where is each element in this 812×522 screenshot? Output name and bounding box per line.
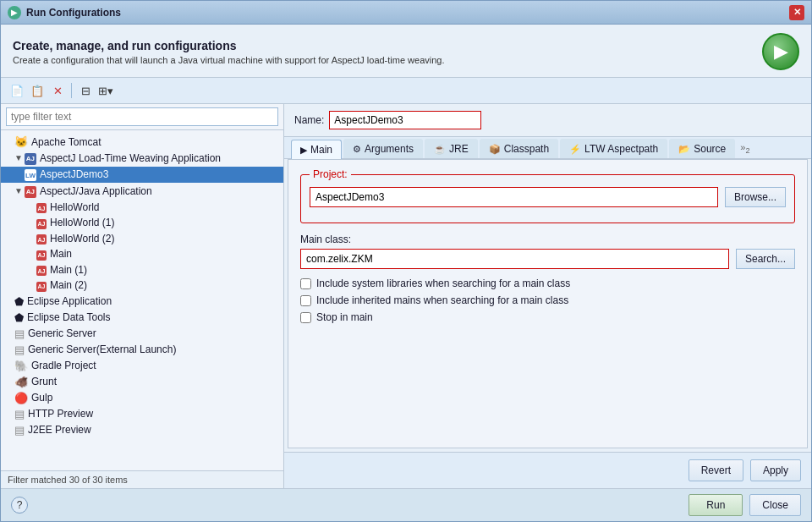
browse-button[interactable]: Browse... xyxy=(725,187,786,207)
tree-item-grunt[interactable]: 🐗 Grunt xyxy=(1,374,283,390)
tree-item-helloworld2[interactable]: AJ HelloWorld (2) xyxy=(1,231,283,247)
tree-item-label: Main (2) xyxy=(50,279,87,291)
ltw-tab-icon: ⚡ xyxy=(569,144,581,155)
project-field-row: Browse... xyxy=(310,187,786,207)
filter-status: Filter matched 30 of 30 items xyxy=(1,470,283,488)
tree-item-aspectjdemo3[interactable]: LW AspectJDemo3 xyxy=(1,167,283,184)
apply-button[interactable]: Apply xyxy=(750,459,801,481)
copy-configuration-button[interactable]: 📋 xyxy=(28,81,47,100)
tree-item-label: Gulp xyxy=(31,392,52,404)
main-class-input[interactable] xyxy=(300,249,729,269)
tree-area: 🐱 Apache Tomcat ▼ AJ AspectJ Load-Time W… xyxy=(1,130,283,470)
apache-tomcat-icon: 🐱 xyxy=(14,135,28,148)
aspectjdemo3-icon: LW xyxy=(25,168,36,182)
helloworld1-icon: AJ xyxy=(36,217,47,229)
view-menu-button[interactable]: ⊞▾ xyxy=(96,81,115,100)
title-bar: ▶ Run Configurations ✕ xyxy=(1,1,811,25)
tree-item-generic-server[interactable]: ▤ Generic Server xyxy=(1,326,283,342)
tab-overflow[interactable]: »2 xyxy=(737,139,753,158)
tree-item-label: Apache Tomcat xyxy=(31,136,102,148)
tree-item-main2[interactable]: AJ Main (2) xyxy=(1,277,283,294)
tree-item-http-preview[interactable]: ▤ HTTP Preview xyxy=(1,406,283,422)
name-row: Name: xyxy=(284,104,811,137)
checkbox-stop-in-main: Stop in main xyxy=(300,311,795,323)
tree-item-label: HelloWorld (2) xyxy=(50,233,114,245)
tabs-bar: ▶ Main ⚙ Arguments ☕ JRE 📦 Classpath ⚡ xyxy=(284,137,811,159)
tree-item-aspectj-lw[interactable]: ▼ AJ AspectJ Load-Time Weaving Applicati… xyxy=(1,150,283,167)
include-inherited-label: Include inherited mains when searching f… xyxy=(316,294,568,306)
tree-item-eclipse-data[interactable]: ⬟ Eclipse Data Tools xyxy=(1,310,283,326)
main-tab-icon: ▶ xyxy=(300,145,307,156)
tree-item-label: AspectJ Load-Time Weaving Application xyxy=(40,152,221,164)
delete-configuration-button[interactable]: ✕ xyxy=(48,81,67,100)
tree-item-label: Generic Server xyxy=(28,327,96,339)
tree-item-apache-tomcat[interactable]: 🐱 Apache Tomcat xyxy=(1,134,283,150)
tab-arguments[interactable]: ⚙ Arguments xyxy=(343,139,423,158)
project-fieldset: Project: Browse... xyxy=(300,168,795,223)
run-button[interactable]: Run xyxy=(689,494,743,516)
tree-item-label: Main xyxy=(50,248,72,260)
window-title: Run Configurations xyxy=(26,7,789,19)
include-inherited-checkbox[interactable] xyxy=(300,295,311,306)
helloworld2-icon: AJ xyxy=(36,233,47,245)
helloworld-icon: AJ xyxy=(36,201,47,214)
tree-item-eclipse-app[interactable]: ⬟ Eclipse Application xyxy=(1,294,283,310)
tree-item-gradle[interactable]: 🐘 Gradle Project xyxy=(1,358,283,374)
window-close-button[interactable]: ✕ xyxy=(789,5,804,20)
tree-item-label: AspectJDemo3 xyxy=(40,168,108,180)
tree-item-helloworld1[interactable]: AJ HelloWorld (1) xyxy=(1,215,283,231)
tab-jre[interactable]: ☕ JRE xyxy=(425,139,478,158)
main-class-field-row: Search... xyxy=(300,249,795,269)
tree-item-main[interactable]: AJ Main xyxy=(1,246,283,262)
collapse-all-button[interactable]: ⊟ xyxy=(76,81,95,100)
tree-item-label: Generic Server(External Launch) xyxy=(28,343,176,355)
tree-item-label: HTTP Preview xyxy=(28,408,93,420)
tree-item-main1[interactable]: AJ Main (1) xyxy=(1,262,283,278)
project-input[interactable] xyxy=(310,187,718,207)
gradle-icon: 🐘 xyxy=(14,360,28,372)
tree-item-generic-server-ext[interactable]: ▤ Generic Server(External Launch) xyxy=(1,342,283,358)
tree-item-j2ee-preview[interactable]: ▤ J2EE Preview xyxy=(1,422,283,438)
main-class-label: Main class: xyxy=(300,234,795,245)
main-content: 🐱 Apache Tomcat ▼ AJ AspectJ Load-Time W… xyxy=(1,104,811,488)
source-tab-icon: 📂 xyxy=(678,144,690,155)
tree-item-label: J2EE Preview xyxy=(28,424,91,436)
new-configuration-button[interactable]: 📄 xyxy=(8,81,26,100)
toolbar: 📄 📋 ✕ ⊟ ⊞▾ xyxy=(1,78,811,104)
header-title: Create, manage, and run configurations xyxy=(13,39,762,52)
expand-arrow: ▼ xyxy=(14,153,23,162)
main1-icon: AJ xyxy=(36,264,47,277)
tree-item-aspectj-java[interactable]: ▼ AJ AspectJ/Java Application xyxy=(1,183,283,200)
close-button[interactable]: Close xyxy=(749,494,801,516)
stop-in-main-checkbox[interactable] xyxy=(300,312,311,323)
header-section: Create, manage, and run configurations C… xyxy=(1,25,811,78)
tab-main[interactable]: ▶ Main xyxy=(291,140,342,159)
gulp-icon: 🔴 xyxy=(14,392,28,404)
tab-ltw[interactable]: ⚡ LTW Aspectpath xyxy=(560,139,667,158)
tab-content-main: Project: Browse... Main class: Search... xyxy=(288,159,808,448)
view-menu-dropdown[interactable]: ⊞▾ xyxy=(96,81,115,100)
expand-arrow: ▼ xyxy=(14,186,23,195)
include-sys-checkbox[interactable] xyxy=(300,278,311,289)
tab-arguments-label: Arguments xyxy=(365,143,414,155)
project-legend: Project: xyxy=(310,168,351,180)
filter-input[interactable] xyxy=(6,107,278,126)
search-button[interactable]: Search... xyxy=(736,249,795,269)
tab-source[interactable]: 📂 Source xyxy=(669,139,735,158)
tree-item-helloworld[interactable]: AJ HelloWorld xyxy=(1,200,283,216)
tree-item-gulp[interactable]: 🔴 Gulp xyxy=(1,390,283,406)
footer-actions: Run Close xyxy=(689,494,801,516)
jre-tab-icon: ☕ xyxy=(434,144,446,155)
j2ee-preview-icon: ▤ xyxy=(14,424,25,437)
tree-item-label: HelloWorld (1) xyxy=(50,217,114,228)
left-panel: 🐱 Apache Tomcat ▼ AJ AspectJ Load-Time W… xyxy=(1,104,284,488)
eclipse-app-icon: ⬟ xyxy=(14,295,24,308)
name-input[interactable] xyxy=(329,111,481,129)
bottom-buttons: Revert Apply xyxy=(284,452,811,488)
tab-classpath[interactable]: 📦 Classpath xyxy=(480,139,558,158)
aspectj-lw-icon: AJ xyxy=(25,151,36,165)
help-button[interactable]: ? xyxy=(11,497,28,514)
tree-item-label: Eclipse Data Tools xyxy=(27,311,111,323)
revert-button[interactable]: Revert xyxy=(689,459,743,481)
http-preview-icon: ▤ xyxy=(14,408,25,420)
